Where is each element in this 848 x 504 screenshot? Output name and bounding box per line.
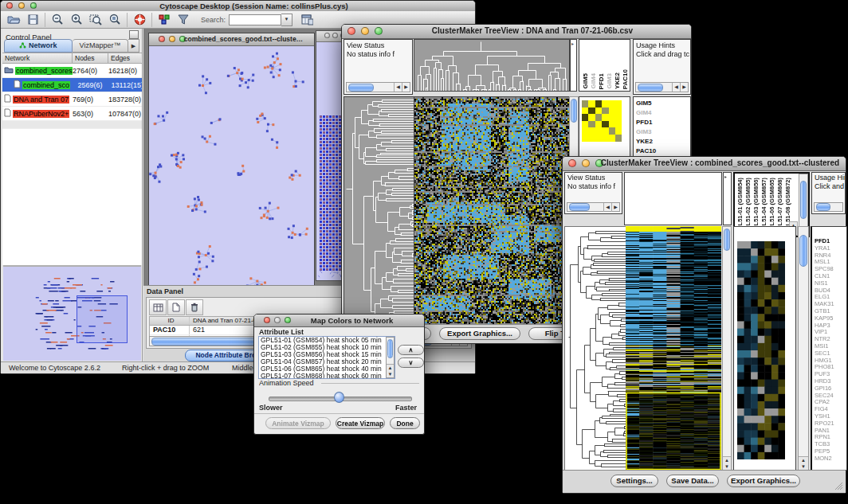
resize-grip-icon[interactable] [834,481,843,490]
delete-attribute-icon[interactable] [186,299,203,315]
tv1-zoom-row-label[interactable]: GIM3 [634,127,690,137]
zoom-in-icon[interactable] [67,12,86,27]
network-row[interactable]: combined_scores2764(0)16218(0) [2,64,142,78]
zoom-window-icon[interactable] [30,2,37,9]
done-button[interactable]: Done [390,417,420,429]
scrollbar-thumb[interactable] [387,339,393,358]
minimize-icon[interactable] [361,27,369,35]
move-down-button[interactable]: ∨ [398,357,424,368]
scrollbar-arrows[interactable]: ▲▼ [799,456,808,470]
tv2-row-dendrogram[interactable] [564,226,626,472]
move-up-button[interactable]: ∧ [398,345,424,355]
scrollbar-arrows[interactable]: ◀▶ [603,203,619,212]
new-attribute-icon[interactable] [167,299,185,315]
create-vizmap-button[interactable]: Create Vizmap [336,417,385,429]
scrollbar-thumb[interactable] [816,203,830,211]
tv2-heatmap[interactable] [626,226,721,471]
animate-vizmap-button[interactable]: Animate Vizmap [265,417,331,429]
network-row[interactable]: RNAPuberNov2+563(0)107847(0) [2,107,142,121]
vizmapper-icon[interactable] [155,12,174,27]
tv1-row-dendrogram[interactable] [344,96,414,326]
tv2-splitter[interactable]: ▸ [723,172,732,225]
tv1-zoom-row-label[interactable]: PFD1 [634,118,690,127]
filter-icon[interactable] [174,12,193,27]
close-icon[interactable] [264,317,270,323]
scrollbar-thumb[interactable] [348,84,374,92]
scrollbar-thumb[interactable] [800,181,807,219]
scrollbar-arrows[interactable]: ◀▶ [394,83,410,92]
export-graphics-button[interactable]: Export Graphics... [439,327,520,340]
gene-label[interactable]: MON2 [812,455,846,463]
speed-slider-thumb[interactable] [334,392,344,403]
tv2-heatmap-vscrollbar[interactable]: ▲▼ [722,226,732,471]
help-ring-icon[interactable] [130,12,149,27]
close-icon[interactable] [324,33,330,38]
scrollbar-arrows[interactable]: ▲▼ [387,364,394,377]
minimize-icon[interactable] [18,2,25,9]
tv1-splitter[interactable]: ▸ [570,39,577,92]
tv1-column-label[interactable]: PFD1 [598,73,606,89]
tv1-usage-hscrollbar[interactable]: ◀▶ [635,82,689,92]
treeview1-titlebar[interactable]: ClusterMaker TreeView : DNA and Tran 07-… [342,25,691,39]
float-panel-icon[interactable] [129,30,139,39]
scrollbar-thumb[interactable] [799,235,807,267]
main-titlebar[interactable]: Cytoscape Desktop (Session Name: collins… [1,1,475,12]
attribute-listbox[interactable]: GPL51-01 (GSM854) heat shock 05 minGPL51… [258,336,395,379]
birdseye-view[interactable] [3,265,141,361]
tv1-column-label[interactable]: PAC10 [622,69,630,89]
tv1-column-label[interactable]: YKE2 [614,72,622,89]
tv1-zoom-row-label[interactable]: PAC10 [634,147,690,156]
attribute-list-item[interactable]: GPL51-07 (GSM868) heat shock 60 min [259,373,395,379]
tv1-zoom-matrix[interactable] [582,100,622,142]
dp-header-id[interactable]: ID [150,317,190,325]
export-graphics-button[interactable]: Export Graphics... [727,475,800,487]
minimize-icon[interactable] [582,159,590,167]
tv1-zoom-row-label[interactable]: YKE2 [634,137,690,147]
save-data-button[interactable]: Save Data... [666,475,719,487]
zoom-fit-icon[interactable] [86,12,105,27]
close-icon[interactable] [347,27,355,35]
scrollbar-thumb[interactable] [569,203,590,211]
network-view-window[interactable]: combined_scores_good.txt--cluste… [148,33,315,285]
network-canvas[interactable] [149,46,312,285]
tv1-zoom-row-label[interactable]: GIM4 [634,108,690,118]
zoom-out-icon[interactable] [48,12,67,27]
tv1-column-label[interactable]: GIM5 [582,73,590,89]
tv2-status-hscrollbar[interactable]: ◀▶ [567,202,620,212]
save-icon[interactable] [23,12,42,27]
tv2-zoom-vscrollbar[interactable]: ▲▼ [798,226,809,471]
network-row[interactable]: combined_sco2569(6)13112(15) [2,78,142,92]
tab-overflow-icon[interactable]: ▶ [128,39,139,53]
close-icon[interactable] [568,159,576,167]
select-attributes-icon[interactable] [149,299,167,315]
tv1-zoom-row-label[interactable]: GIM5 [634,99,690,108]
close-icon[interactable] [159,36,165,42]
scrollbar-thumb[interactable] [724,229,730,251]
tv2-usage-hscrollbar[interactable] [814,202,843,212]
scrollbar-thumb[interactable] [638,84,663,92]
minimize-icon[interactable] [169,36,175,42]
settings-button[interactable]: Settings... [610,475,658,487]
scrollbar-thumb[interactable] [571,99,577,123]
scrollbar-arrows[interactable]: ▲▼ [723,456,731,470]
header-network[interactable]: Network [2,53,73,63]
treeview2-titlebar[interactable]: ClusterMaker TreeView : combined_scores_… [563,157,846,171]
scrollbar-arrows[interactable]: ◀▶ [672,83,688,92]
dialog-titlebar[interactable]: Map Colors to Network [254,315,424,327]
open-folder-icon[interactable] [4,12,23,27]
network-list-empty[interactable] [2,128,142,265]
attribute-list-vscrollbar[interactable]: ▲▼ [386,337,395,378]
birdseye-canvas[interactable] [3,267,141,359]
tv1-column-label[interactable]: GIM3 [606,73,614,89]
header-nodes[interactable]: Nodes [73,53,108,63]
tab-vizmapper[interactable]: VizMapper™ [73,39,128,53]
minimize-icon[interactable] [274,317,281,323]
tv2-column-tree-area[interactable] [624,172,722,225]
zoom-selected-icon[interactable] [105,12,124,27]
attribute-browser-icon[interactable] [297,12,316,27]
minimize-icon[interactable] [332,33,338,38]
close-icon[interactable] [6,2,13,9]
search-dropdown-icon[interactable]: ▼ [281,14,292,26]
search-input[interactable] [229,14,281,25]
tv1-column-label[interactable]: GIM4 [590,73,598,89]
